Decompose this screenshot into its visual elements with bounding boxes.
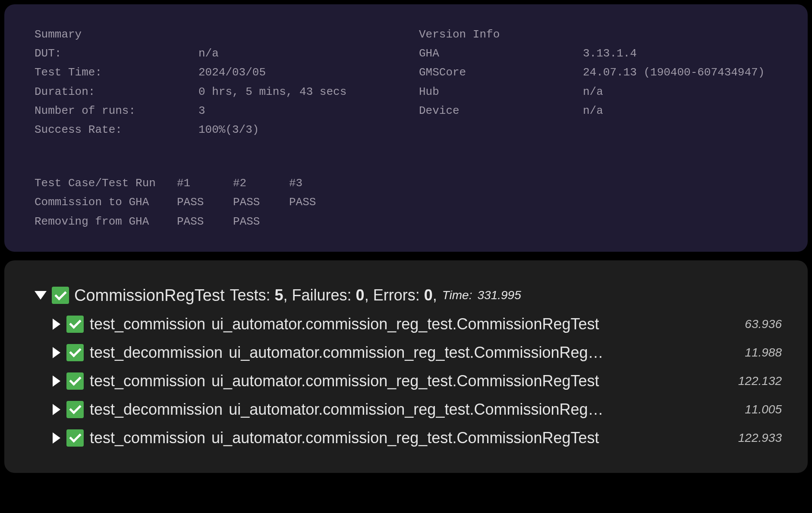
- test-name: test_commission: [90, 429, 205, 447]
- test-time: 122.132: [738, 374, 782, 388]
- test-time: 122.933: [738, 431, 782, 445]
- errors-count: 0: [424, 286, 433, 304]
- test-name: test_commission: [90, 315, 205, 333]
- summary-left-column: Summary DUT: n/a Test Time: 2024/03/05 D…: [35, 25, 393, 139]
- summary-header-left: Summary: [35, 25, 198, 44]
- suite-stats: Tests: 5, Failures: 0, Errors: 0,: [230, 286, 437, 304]
- summary-duration-value: 0 hrs, 5 mins, 43 secs: [198, 82, 393, 101]
- check-icon: [52, 287, 69, 304]
- summary-panel: Summary DUT: n/a Test Time: 2024/03/05 D…: [4, 4, 808, 252]
- runs-col-1: #1: [177, 174, 233, 193]
- runs-table: Test Case/Test Run #1 #2 #3 Commission t…: [35, 174, 777, 231]
- tests-count: 5: [275, 286, 283, 304]
- summary-right-column: Version Info GHA 3.13.1.4 GMSCore 24.07.…: [419, 25, 777, 139]
- runs-col-3: #3: [289, 174, 345, 193]
- summary-gha-label: GHA: [419, 44, 583, 63]
- test-row[interactable]: test_commission ui_automator.commission_…: [35, 429, 782, 447]
- expand-right-icon: [53, 432, 60, 444]
- summary-numruns-label: Number of runs:: [35, 101, 198, 120]
- runs-header-label: Test Case/Test Run: [35, 174, 177, 193]
- tests-label: Tests:: [230, 286, 270, 304]
- summary-hub-value: n/a: [583, 82, 777, 101]
- summary-dut-value: n/a: [198, 44, 393, 63]
- test-row[interactable]: test_commission ui_automator.commission_…: [35, 372, 782, 390]
- tests-panel: CommissionRegTest Tests: 5, Failures: 0,…: [4, 260, 808, 473]
- test-row[interactable]: test_commission ui_automator.commission_…: [35, 315, 782, 333]
- expand-right-icon: [53, 319, 60, 330]
- summary-successrate-value: 100%(3/3): [198, 120, 393, 139]
- runs-row1-c2: PASS: [233, 193, 289, 212]
- check-icon: [66, 372, 84, 390]
- test-time: 63.936: [745, 317, 782, 331]
- test-name: test_commission: [90, 372, 205, 390]
- suite-time-label: Time:: [442, 288, 472, 302]
- summary-successrate-label: Success Rate:: [35, 120, 198, 139]
- summary-gha-value: 3.13.1.4: [583, 44, 777, 63]
- summary-hub-label: Hub: [419, 82, 583, 101]
- expand-down-icon: [35, 291, 47, 300]
- test-time: 11.988: [745, 346, 782, 360]
- summary-testtime-label: Test Time:: [35, 63, 198, 82]
- failures-label: Failures:: [292, 286, 352, 304]
- runs-row2-label: Removing from GHA: [35, 212, 177, 231]
- summary-device-label: Device: [419, 101, 583, 120]
- summary-device-value: n/a: [583, 101, 777, 120]
- runs-row1-c1: PASS: [177, 193, 233, 212]
- test-time: 11.005: [745, 403, 782, 416]
- summary-gmscore-label: GMSCore: [419, 63, 583, 82]
- failures-count: 0: [356, 286, 365, 304]
- test-path: ui_automator.commission_reg_test.Commiss…: [211, 315, 733, 333]
- summary-gmscore-value: 24.07.13 (190400-607434947): [583, 63, 777, 82]
- runs-row2-c1: PASS: [177, 212, 233, 231]
- runs-col-2: #2: [233, 174, 289, 193]
- test-name: test_decommission: [90, 344, 223, 362]
- runs-row2-c3: [289, 212, 345, 231]
- test-row[interactable]: test_decommission ui_automator.commissio…: [35, 400, 782, 419]
- test-path: ui_automator.commission_reg_test.Commiss…: [211, 372, 726, 390]
- test-path: ui_automator.commission_reg_test.Commiss…: [211, 429, 726, 447]
- suite-time-value: 331.995: [477, 288, 521, 302]
- errors-label: Errors:: [373, 286, 420, 304]
- check-icon: [66, 401, 84, 418]
- check-icon: [66, 344, 84, 361]
- test-name: test_decommission: [90, 400, 223, 419]
- expand-right-icon: [53, 404, 60, 415]
- runs-row2-c2: PASS: [233, 212, 289, 231]
- check-icon: [66, 429, 84, 447]
- test-path: ui_automator.commission_reg_test.Commiss…: [229, 400, 733, 419]
- test-suite-row[interactable]: CommissionRegTest Tests: 5, Failures: 0,…: [35, 286, 782, 305]
- check-icon: [66, 316, 84, 333]
- summary-duration-label: Duration:: [35, 82, 198, 101]
- summary-testtime-value: 2024/03/05: [198, 63, 393, 82]
- expand-right-icon: [53, 375, 60, 387]
- suite-name: CommissionRegTest: [74, 286, 224, 305]
- runs-row1-label: Commission to GHA: [35, 193, 177, 212]
- test-path: ui_automator.commission_reg_test.Commiss…: [229, 344, 733, 362]
- summary-numruns-value: 3: [198, 101, 393, 120]
- runs-row1-c3: PASS: [289, 193, 345, 212]
- expand-right-icon: [53, 347, 60, 358]
- test-row[interactable]: test_decommission ui_automator.commissio…: [35, 344, 782, 362]
- summary-header-right: Version Info: [419, 25, 583, 44]
- summary-dut-label: DUT:: [35, 44, 198, 63]
